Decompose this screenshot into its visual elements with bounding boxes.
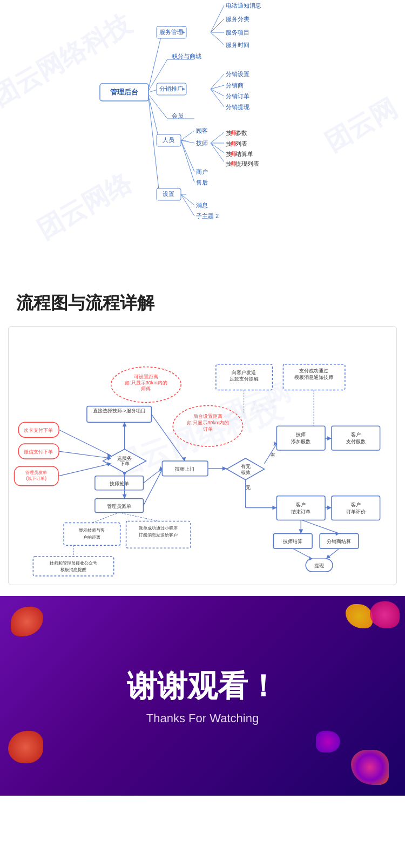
svg-text:直接选择技师->服务项目: 直接选择技师->服务项目 <box>93 408 146 413</box>
svg-line-7 <box>211 19 224 32</box>
thankyou-main-text: 谢谢观看！ <box>127 666 278 707</box>
svg-text:客户: 客户 <box>351 502 361 507</box>
svg-text:有: 有 <box>271 452 275 458</box>
svg-line-49 <box>211 143 224 153</box>
svg-text:支付成功通过: 支付成功通过 <box>299 368 328 374</box>
svg-line-65 <box>181 194 194 216</box>
thankyou-section: 谢谢观看！ Thanks For Watching <box>0 596 405 796</box>
svg-text:模板消息通知技师: 模板消息通知技师 <box>294 375 333 380</box>
svg-line-28 <box>211 89 224 96</box>
svg-text:核效: 核效 <box>240 470 251 475</box>
svg-line-63 <box>181 194 194 205</box>
decorative-blob-3 <box>370 601 400 628</box>
svg-line-189 <box>119 513 159 521</box>
svg-text:技师结算: 技师结算 <box>282 539 302 544</box>
svg-text:服务时间: 服务时间 <box>226 42 249 48</box>
svg-text:售后: 售后 <box>196 179 208 186</box>
svg-marker-185 <box>326 554 330 559</box>
svg-text:微信支付下单: 微信支付下单 <box>24 449 53 455</box>
svg-marker-179 <box>299 529 303 533</box>
svg-text:管理员派单: 管理员派单 <box>107 503 131 509</box>
svg-text:后台设置距离: 后台设置距离 <box>193 413 222 419</box>
svg-text:选服务: 选服务 <box>117 456 132 461</box>
svg-text:分销推广: 分销推广 <box>159 85 183 92</box>
svg-marker-177 <box>327 506 332 510</box>
svg-marker-170 <box>273 442 276 446</box>
svg-text:技师抢单: 技师抢单 <box>109 480 129 486</box>
svg-text:技师: 技师 <box>195 140 208 146</box>
svg-text:管理员发单: 管理员发单 <box>25 470 47 475</box>
svg-rect-128 <box>276 496 325 520</box>
flowchart-title: 流程图与流程详解 <box>16 291 389 315</box>
svg-line-180 <box>302 520 339 534</box>
svg-text:服务分类: 服务分类 <box>226 16 249 22</box>
svg-text:如:只显示30km内的: 如:只显示30km内的 <box>187 420 229 425</box>
svg-text:技师: 技师 <box>295 432 306 437</box>
svg-text:添加服数: 添加服数 <box>291 439 310 444</box>
svg-line-57 <box>181 140 194 182</box>
svg-text:可设置距离: 可设置距离 <box>134 374 158 379</box>
svg-text:(线下订单): (线下订单) <box>26 476 46 481</box>
svg-text:户的距离: 户的距离 <box>83 534 100 540</box>
svg-line-52 <box>211 143 224 162</box>
svg-text:显示技师与客: 显示技师与客 <box>79 527 105 533</box>
mindmap-section: 团云网络科技 团云网 团云网络 管理后台 服务管理 电话通知消息 服务分类 服务… <box>0 0 405 275</box>
svg-text:顾客: 顾客 <box>196 127 208 134</box>
svg-text:结算单: 结算单 <box>235 151 253 157</box>
svg-text:提现: 提现 <box>314 563 324 568</box>
svg-marker-168 <box>222 466 227 471</box>
svg-text:模板消息提醒: 模板消息提醒 <box>60 567 86 572</box>
svg-text:分销商结算: 分销商结算 <box>327 539 351 544</box>
svg-line-153 <box>58 464 111 476</box>
thankyou-sub-text: Thanks For Watching <box>146 711 259 725</box>
svg-text:订单评价: 订单评价 <box>346 509 366 514</box>
svg-line-2 <box>148 32 162 89</box>
svg-text:足款支付提醒: 足款支付提醒 <box>230 376 259 382</box>
decorative-blob-1 <box>11 607 43 636</box>
svg-text:提现列表: 提现列表 <box>235 160 259 167</box>
svg-text:客户: 客户 <box>351 432 361 437</box>
svg-text:服务项目: 服务项目 <box>226 29 249 36</box>
svg-marker-175 <box>272 506 276 510</box>
flowchart-svg: 团云网络科技 团云网 可设置距离 如:只显示30km内的 师傅 后台设置距离 如… <box>9 327 396 585</box>
flowchart-section: 团云网络科技 团云网 可设置距离 如:只显示30km内的 师傅 后台设置距离 如… <box>0 321 405 596</box>
svg-line-165 <box>143 470 162 506</box>
svg-text:分销提现: 分销提现 <box>226 104 249 110</box>
svg-line-188 <box>92 513 119 523</box>
svg-text:支付服数: 支付服数 <box>346 439 366 444</box>
svg-line-11 <box>211 32 224 45</box>
svg-text:消息: 消息 <box>196 202 208 208</box>
decorative-blob-5 <box>351 750 389 785</box>
flowchart-diagram: 团云网络科技 团云网 可设置距离 如:只显示30km内的 师傅 后台设置距离 如… <box>8 326 397 585</box>
mindmap-svg: 管理后台 服务管理 电话通知消息 服务分类 服务项目 服务时间 服务管理 积分与… <box>0 0 405 275</box>
svg-text:派单成功通过小程序: 派单成功通过小程序 <box>139 525 178 531</box>
svg-line-55 <box>181 140 194 172</box>
svg-text:管理后台: 管理后台 <box>110 88 138 96</box>
svg-text:设置: 设置 <box>163 191 174 197</box>
svg-text:人员: 人员 <box>163 137 174 143</box>
svg-text:结束订单: 结束订单 <box>291 509 310 514</box>
svg-text:下单: 下单 <box>120 461 130 466</box>
svg-marker-172 <box>327 436 332 440</box>
svg-line-41 <box>181 140 194 143</box>
svg-text:参数: 参数 <box>235 130 247 136</box>
svg-text:无: 无 <box>246 485 251 490</box>
svg-text:订阅消息发送给客户: 订阅消息发送给客户 <box>139 532 178 538</box>
svg-rect-125 <box>332 426 380 450</box>
svg-line-39 <box>181 131 194 140</box>
svg-line-151 <box>59 451 111 458</box>
svg-text:技师和管理员接收公众号: 技师和管理员接收公众号 <box>49 560 97 566</box>
svg-text:电话通知消息: 电话通知消息 <box>226 2 261 9</box>
decorative-blob-6 <box>316 731 340 752</box>
svg-text:子主题 2: 子主题 2 <box>196 213 219 219</box>
svg-text:订单: 订单 <box>203 426 213 432</box>
svg-text:会员: 会员 <box>172 112 184 119</box>
svg-text:积分与商城: 积分与商城 <box>172 53 201 59</box>
svg-text:服务管理: 服务管理 <box>159 29 183 35</box>
svg-rect-131 <box>332 496 380 520</box>
svg-marker-156 <box>123 422 127 426</box>
svg-text:分销商: 分销商 <box>226 82 244 89</box>
svg-text:师傅: 师傅 <box>141 386 151 391</box>
svg-line-35 <box>148 96 159 140</box>
svg-line-24 <box>211 74 224 89</box>
